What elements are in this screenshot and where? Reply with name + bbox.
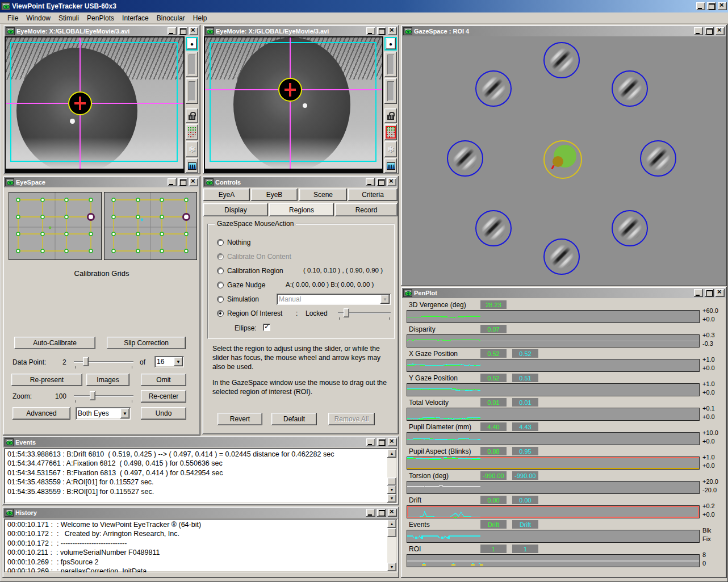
lock-button[interactable] bbox=[384, 108, 397, 123]
history-minimize-button[interactable] bbox=[366, 509, 375, 517]
scroll-up-icon[interactable]: ▲ bbox=[387, 520, 396, 528]
penplot-strip[interactable] bbox=[407, 481, 700, 494]
revert-button[interactable]: Revert bbox=[217, 413, 262, 425]
controls-close-button[interactable] bbox=[387, 178, 396, 186]
tab-eyea[interactable]: EyeA bbox=[203, 189, 250, 201]
penplot-strip[interactable] bbox=[407, 432, 700, 445]
scroll-down-icon[interactable]: ▼ bbox=[387, 485, 396, 494]
penplot-strip[interactable] bbox=[407, 408, 700, 421]
penplot-strip[interactable] bbox=[407, 505, 700, 518]
dot-grid-button[interactable] bbox=[186, 124, 198, 140]
ellipse-checkbox[interactable] bbox=[263, 324, 270, 331]
menu-item-binocular[interactable]: Binocular bbox=[153, 13, 189, 23]
tab-scene[interactable]: Scene bbox=[299, 189, 347, 201]
zoom-slider[interactable] bbox=[74, 391, 133, 401]
history-maximize-button[interactable] bbox=[377, 509, 386, 517]
menu-item-file[interactable]: File bbox=[3, 13, 22, 23]
threshold-slider-1[interactable] bbox=[186, 52, 198, 77]
close-button[interactable] bbox=[718, 2, 727, 10]
eyemovie-b-titlebar[interactable]: EyeMovie: X:/GLOBAL/EyeMovie/3.avi bbox=[204, 26, 398, 36]
omit-button[interactable]: Omit bbox=[141, 374, 186, 386]
roi-gabor-target-4[interactable] bbox=[447, 140, 483, 177]
threshold-slider-2[interactable] bbox=[384, 78, 397, 104]
pupil-dot-button[interactable]: ● bbox=[384, 37, 397, 51]
pupil-dot-button[interactable]: ● bbox=[186, 37, 198, 51]
gazespace-close-button[interactable] bbox=[716, 27, 725, 35]
roi-gabor-target-3[interactable] bbox=[612, 70, 648, 107]
slip-correction-button[interactable]: Slip Correction bbox=[107, 337, 186, 349]
tab-regions-selected[interactable]: Regions bbox=[269, 203, 334, 216]
advanced-button[interactable]: Advanced bbox=[12, 407, 70, 420]
scroll-up-icon[interactable]: ▲ bbox=[387, 449, 396, 458]
controls-titlebar[interactable]: Controls bbox=[203, 177, 398, 187]
tab-record[interactable]: Record bbox=[335, 203, 398, 216]
tab-eyeb[interactable]: EyeB bbox=[251, 189, 298, 201]
penplot-strip[interactable] bbox=[407, 383, 700, 396]
scroll-down-icon[interactable]: ▼ bbox=[387, 494, 396, 503]
dot-grid-button[interactable] bbox=[384, 124, 397, 140]
main-titlebar[interactable]: ViewPoint EyeTracker USB-60x3 bbox=[0, 0, 728, 12]
penplot-strip[interactable] bbox=[407, 310, 700, 323]
eyemovie-b-close-button[interactable] bbox=[388, 27, 397, 35]
history-titlebar[interactable]: History bbox=[3, 508, 398, 518]
menu-item-stimuli[interactable]: Stimuli bbox=[55, 13, 83, 23]
events-close-button[interactable] bbox=[388, 438, 397, 446]
roi-gabor-target-1[interactable] bbox=[543, 42, 580, 78]
history-scrollbar[interactable]: ▲ ▼ bbox=[387, 520, 396, 571]
penplot-strip[interactable] bbox=[407, 457, 700, 470]
threshold-slider-2[interactable] bbox=[186, 78, 198, 104]
roi-gabor-target-5[interactable] bbox=[640, 140, 676, 177]
total-points-dropdown[interactable]: 16 ▼ bbox=[154, 356, 184, 367]
calibration-grid-b[interactable] bbox=[104, 192, 197, 260]
default-button[interactable]: Default bbox=[271, 413, 317, 425]
threshold-slider-1[interactable] bbox=[384, 52, 397, 77]
maximize-button[interactable] bbox=[707, 2, 716, 10]
gaze-fixation-target[interactable] bbox=[543, 140, 582, 179]
eyemovie-b-video[interactable] bbox=[204, 36, 383, 173]
eyespace-maximize-button[interactable] bbox=[178, 178, 187, 186]
events-scrollbar[interactable]: ▲ ▼ ▼ bbox=[387, 449, 396, 503]
radio-simulation[interactable] bbox=[217, 296, 224, 303]
roi-gabor-target-7[interactable] bbox=[612, 210, 648, 246]
chevron-down-icon[interactable]: ▼ bbox=[174, 357, 183, 366]
histogram-button[interactable] bbox=[384, 158, 397, 173]
roi-select-slider[interactable] bbox=[338, 308, 391, 318]
events-titlebar[interactable]: Events bbox=[3, 437, 398, 447]
menu-item-penplots[interactable]: PenPlots bbox=[83, 13, 118, 23]
eyemovie-a-maximize-button[interactable] bbox=[178, 27, 187, 35]
freeze-button[interactable]: ❄ bbox=[186, 141, 198, 157]
penplot-minimize-button[interactable] bbox=[694, 289, 703, 297]
gazespace-titlebar[interactable]: GazeSpace : ROI 4 bbox=[402, 26, 726, 36]
penplot-maximize-button[interactable] bbox=[705, 289, 714, 297]
history-log[interactable]: 00:00:10.171 : : Welcome to ViewPoint Ey… bbox=[4, 518, 398, 572]
gazespace-minimize-button[interactable] bbox=[694, 27, 703, 35]
images-button[interactable]: Images bbox=[86, 374, 129, 386]
controls-minimize-button[interactable] bbox=[366, 178, 375, 186]
freeze-button[interactable]: ❄ bbox=[384, 141, 397, 157]
radio-region-of-interest[interactable] bbox=[217, 310, 224, 317]
calibration-grid-a[interactable] bbox=[9, 192, 102, 260]
menu-item-window[interactable]: Window bbox=[22, 13, 55, 23]
gazespace-maximize-button[interactable] bbox=[705, 27, 714, 35]
scrollbar-thumb[interactable] bbox=[387, 478, 396, 485]
scrollbar-thumb[interactable] bbox=[387, 528, 396, 537]
eyemovie-b-minimize-button[interactable] bbox=[366, 27, 375, 35]
data-point-slider[interactable] bbox=[74, 357, 133, 367]
roi-gabor-target-2[interactable] bbox=[475, 70, 512, 107]
menu-item-interface[interactable]: Interface bbox=[118, 13, 153, 23]
eye-select-dropdown[interactable]: Both Eyes ▼ bbox=[76, 407, 131, 420]
re-present-button[interactable]: Re-present bbox=[11, 374, 82, 386]
histogram-button[interactable] bbox=[186, 158, 198, 173]
eyespace-titlebar[interactable]: EyeSpace bbox=[4, 177, 199, 187]
minimize-button[interactable] bbox=[696, 2, 705, 10]
gazespace-canvas[interactable] bbox=[402, 36, 726, 285]
roi-gabor-target-6[interactable] bbox=[475, 210, 512, 246]
menu-item-help[interactable]: Help bbox=[189, 13, 211, 23]
lock-button[interactable] bbox=[186, 108, 198, 123]
penplot-strip[interactable] bbox=[407, 554, 700, 567]
scroll-down-icon[interactable]: ▼ bbox=[387, 563, 396, 571]
eyespace-close-button[interactable] bbox=[189, 178, 198, 186]
eyespace-minimize-button[interactable] bbox=[168, 178, 177, 186]
events-log[interactable]: 01:54:33.988613 : B:Drift 6810 ( 0.519, … bbox=[4, 448, 398, 504]
tab-criteria[interactable]: Criteria bbox=[348, 189, 398, 201]
